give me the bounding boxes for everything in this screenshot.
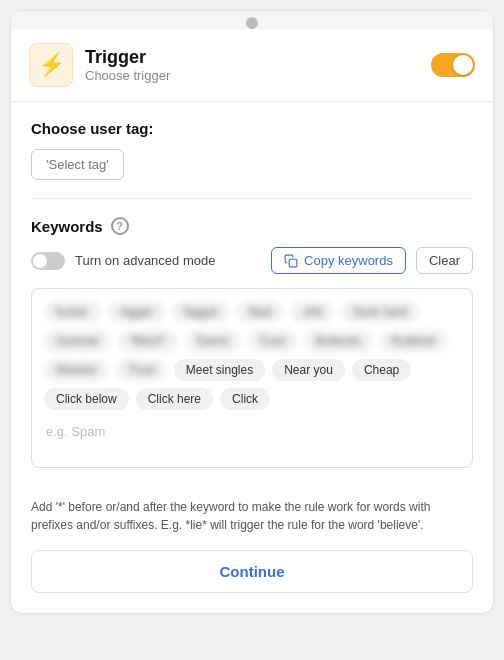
keyword-chip[interactable]: Trust (116, 359, 167, 381)
keyword-chip[interactable]: Cunt (248, 330, 297, 352)
keywords-label: Keywords (31, 218, 103, 235)
note-text: Add '*' before or/and after the keyword … (11, 486, 493, 538)
keyword-chip-click-here[interactable]: Click here (136, 388, 213, 410)
clear-button[interactable]: Clear (416, 247, 473, 274)
connector-dot (246, 17, 258, 29)
keyword-chip[interactable]: Bollocks (304, 330, 373, 352)
keywords-header: Keywords ? (31, 217, 473, 235)
header-subtitle: Choose trigger (85, 68, 170, 83)
keyword-chip[interactable]: fucker (44, 301, 101, 323)
keyword-chip-cheap[interactable]: Cheap (352, 359, 411, 381)
keywords-grid: fucker nigger faggot Nazi shit Suck hard… (44, 301, 460, 410)
trigger-icon-box: ⚡ (29, 43, 73, 87)
main-card: ⚡ Trigger Choose trigger Choose user tag… (10, 10, 494, 614)
header-left: ⚡ Trigger Choose trigger (29, 43, 170, 87)
keywords-section: Keywords ? Turn on advanced mode Copy ke… (11, 199, 493, 486)
keyword-chip[interactable]: Nazi (236, 301, 284, 323)
copy-icon (284, 254, 298, 268)
keyword-chip[interactable]: *Bitch* (118, 330, 178, 352)
continue-button[interactable]: Continue (31, 550, 473, 593)
keyword-chip-meet-singles[interactable]: Meet singles (174, 359, 265, 381)
keywords-box[interactable]: fucker nigger faggot Nazi shit Suck hard… (31, 288, 473, 468)
header: ⚡ Trigger Choose trigger (11, 29, 493, 102)
main-toggle[interactable] (431, 53, 475, 77)
top-connector (11, 11, 493, 29)
keyword-chip[interactable]: Wanker (44, 359, 109, 381)
help-icon[interactable]: ? (111, 217, 129, 235)
toggle-knob (453, 55, 473, 75)
keyword-chip-near-you[interactable]: Near you (272, 359, 345, 381)
copy-keywords-button[interactable]: Copy keywords (271, 247, 406, 274)
keyword-chip[interactable]: faggot (172, 301, 229, 323)
keyword-chip[interactable]: nigger (108, 301, 165, 323)
keyword-chip-click-below[interactable]: Click below (44, 388, 129, 410)
header-title: Trigger (85, 47, 170, 68)
user-tag-label: Choose user tag: (31, 120, 473, 137)
advanced-mode-label: Turn on advanced mode (75, 253, 261, 268)
user-tag-section: Choose user tag: 'Select tag' (11, 102, 493, 198)
keyword-chip[interactable]: Damn (185, 330, 241, 352)
select-tag-dropdown[interactable]: 'Select tag' (31, 149, 124, 180)
mini-toggle-knob (33, 254, 47, 268)
lightning-icon: ⚡ (38, 52, 65, 78)
keyword-chip[interactable]: Asshole (44, 330, 111, 352)
svg-rect-0 (289, 259, 297, 267)
keyword-input-placeholder[interactable]: e.g. Spam (44, 420, 460, 443)
keyword-chip[interactable]: Rubbish (380, 330, 448, 352)
keyword-chip-click[interactable]: Click (220, 388, 270, 410)
keyword-chip[interactable]: shit (291, 301, 334, 323)
keywords-controls: Turn on advanced mode Copy keywords Clea… (31, 247, 473, 274)
header-text: Trigger Choose trigger (85, 47, 170, 83)
advanced-mode-toggle[interactable] (31, 252, 65, 270)
keyword-chip[interactable]: Suck hard (341, 301, 419, 323)
